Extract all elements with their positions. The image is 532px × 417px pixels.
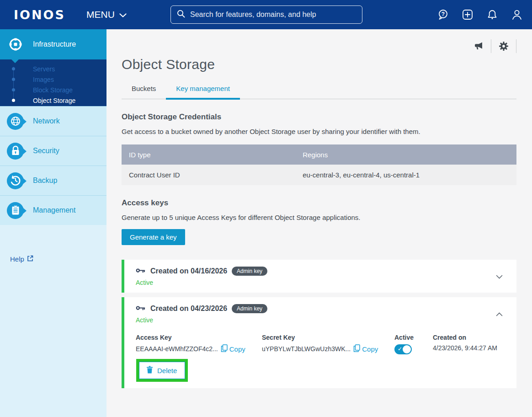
created-on-label: Created on xyxy=(433,334,497,341)
settings-gear-icon[interactable] xyxy=(498,40,510,52)
access-keys-heading: Access keys xyxy=(122,198,516,208)
sidebar-item-network[interactable]: Network xyxy=(0,106,106,136)
collapse-chevron-up-icon[interactable] xyxy=(496,310,503,318)
access-key-card-2: Created on 04/23/2026 Admin key Active A… xyxy=(122,297,516,388)
chevron-down-icon xyxy=(119,9,127,20)
key-icon xyxy=(136,305,146,313)
menu-label: MENU xyxy=(86,9,115,20)
network-globe-icon xyxy=(7,113,24,130)
sidebar-item-images[interactable]: Images xyxy=(0,74,106,85)
sidebar-item-security[interactable]: Security xyxy=(0,136,106,166)
annotation-highlight-box: Delete xyxy=(136,359,188,382)
global-search[interactable] xyxy=(170,5,362,24)
backup-clock-icon xyxy=(7,172,24,189)
active-label: Active xyxy=(394,334,433,341)
sidebar-item-backup[interactable]: Backup xyxy=(0,166,106,195)
ionos-logo[interactable]: IONOS xyxy=(14,8,65,22)
key-card-header: Created on 04/23/2026 Admin key xyxy=(136,304,503,313)
active-toggle-column: Active ✓ xyxy=(394,334,433,354)
icon-separator xyxy=(516,39,516,53)
copy-access-key-link[interactable]: Copy xyxy=(221,344,245,353)
access-key-label: Access Key xyxy=(136,334,262,341)
secret-key-label: Secret Key xyxy=(262,334,394,341)
credentials-heading: Object Storage Credentials xyxy=(122,112,516,122)
page-title: Object Storage xyxy=(122,57,516,72)
page-action-icons xyxy=(122,40,516,52)
key-status: Active xyxy=(136,316,503,324)
active-toggle[interactable]: ✓ xyxy=(394,344,412,354)
search-icon xyxy=(176,9,186,20)
created-on-column: Created on 4/23/2026, 9:44:27 AM xyxy=(433,334,497,354)
bullet-icon xyxy=(12,67,15,70)
icon-separator xyxy=(491,39,491,53)
tab-buckets[interactable]: Buckets xyxy=(122,85,166,99)
menu-button[interactable]: MENU xyxy=(86,9,127,20)
tab-bar: Buckets Key management xyxy=(122,85,516,99)
cell-regions: eu-central-3, eu-central-4, us-central-1 xyxy=(295,165,516,185)
key-created-label: Created on 04/16/2026 xyxy=(150,267,227,275)
access-key-list: Created on 04/16/2026 Admin key Active C… xyxy=(122,260,516,388)
created-on-value: 4/23/2026, 9:44:27 AM xyxy=(433,344,497,352)
announcements-megaphone-icon[interactable] xyxy=(473,40,484,52)
credentials-description: Get access to a bucket owned by another … xyxy=(122,128,516,135)
access-key-card-1: Created on 04/16/2026 Admin key Active xyxy=(122,260,516,293)
external-link-icon xyxy=(27,255,33,263)
search-input[interactable] xyxy=(190,11,356,19)
bullet-icon xyxy=(12,78,15,81)
expand-chevron-down-icon[interactable] xyxy=(496,273,503,281)
topbar-icon-group: ? xyxy=(436,0,524,29)
management-clipboard-icon xyxy=(7,202,24,219)
access-key-value: EEAAAAI-eWMhfZZOF4c2... xyxy=(136,345,218,353)
sidebar: Infrastructure Servers Images Block Stor… xyxy=(0,29,106,417)
main-content: Object Storage Buckets Key management Ob… xyxy=(106,29,532,417)
toggle-knob xyxy=(403,345,411,353)
trash-icon xyxy=(146,366,153,375)
check-icon: ✓ xyxy=(398,346,402,352)
sidebar-item-management[interactable]: Management xyxy=(0,195,106,225)
tab-key-management[interactable]: Key management xyxy=(166,85,240,99)
account-icon[interactable] xyxy=(510,8,524,21)
access-key-column: Access Key EEAAAAI-eWMhfZZOF4c2... Copy xyxy=(136,334,262,354)
help-link[interactable]: Help xyxy=(10,255,33,263)
key-details-row: Access Key EEAAAAI-eWMhfZZOF4c2... Copy xyxy=(136,334,503,354)
sidebar-item-block-storage[interactable]: Block Storage xyxy=(0,85,106,95)
copy-icon xyxy=(221,344,228,353)
submenu-notch xyxy=(11,59,19,63)
credentials-table: ID type Regions Contract User ID eu-cent… xyxy=(122,144,516,185)
ionos-cloud-panel: IONOS MENU ? xyxy=(0,0,532,417)
key-card-header: Created on 04/16/2026 Admin key xyxy=(136,267,503,276)
top-bar: IONOS MENU ? xyxy=(0,0,532,29)
security-lock-icon xyxy=(7,143,24,160)
admin-key-badge: Admin key xyxy=(232,267,267,276)
notifications-icon[interactable] xyxy=(485,8,499,21)
key-created-label: Created on 04/23/2026 xyxy=(150,305,227,313)
delete-key-button[interactable]: Delete xyxy=(139,362,185,379)
access-keys-description: Generate up to 5 unique Access Keys for … xyxy=(122,214,516,221)
table-row: Contract User ID eu-central-3, eu-centra… xyxy=(122,165,516,185)
help-chat-icon[interactable]: ? xyxy=(436,8,450,21)
bullet-icon xyxy=(12,88,15,91)
infrastructure-icon xyxy=(7,36,24,53)
infrastructure-submenu: Servers Images Block Storage Object Stor… xyxy=(0,59,106,106)
sidebar-item-infrastructure[interactable]: Infrastructure xyxy=(0,29,106,59)
sidebar-item-label: Infrastructure xyxy=(33,40,76,48)
sidebar-item-servers[interactable]: Servers xyxy=(0,64,106,74)
generate-key-button[interactable]: Generate a key xyxy=(122,229,185,245)
admin-key-badge: Admin key xyxy=(232,304,267,313)
secret-key-value: uYPBYLwTJbLWGwUzh3WK... xyxy=(262,345,351,353)
secret-key-column: Secret Key uYPBYLwTJbLWGwUzh3WK... Copy xyxy=(262,334,394,354)
key-icon xyxy=(136,267,146,276)
svg-text:?: ? xyxy=(442,11,445,17)
column-header-id-type: ID type xyxy=(122,144,295,165)
copy-secret-key-link[interactable]: Copy xyxy=(353,344,378,353)
sidebar-item-object-storage[interactable]: Object Storage xyxy=(0,95,106,106)
copy-icon xyxy=(353,344,360,353)
column-header-regions: Regions xyxy=(295,144,516,165)
add-icon[interactable] xyxy=(461,8,474,21)
cell-id-type: Contract User ID xyxy=(122,165,295,185)
bullet-icon xyxy=(12,99,15,102)
key-status: Active xyxy=(136,279,503,286)
